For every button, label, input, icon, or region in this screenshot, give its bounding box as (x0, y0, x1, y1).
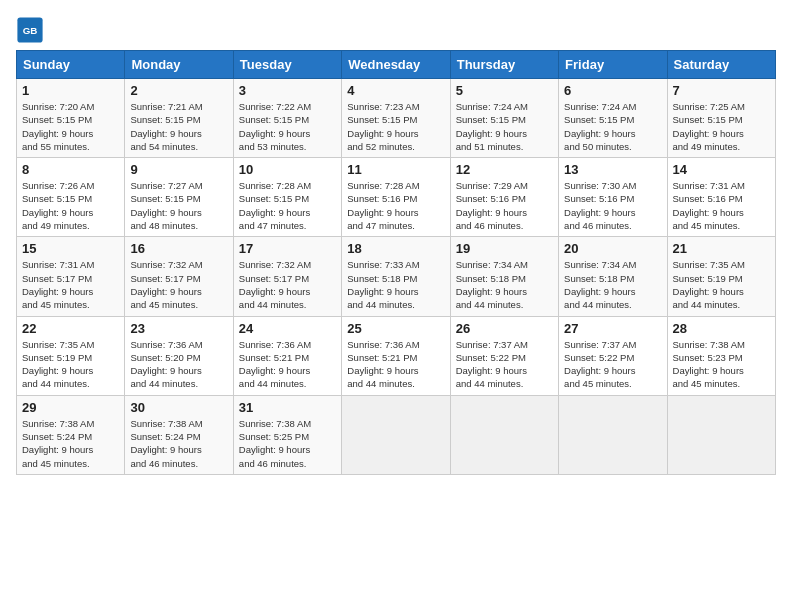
calendar-week-2: 15Sunrise: 7:31 AMSunset: 5:17 PMDayligh… (17, 237, 776, 316)
cell-info: Sunrise: 7:38 AMSunset: 5:25 PMDaylight:… (239, 418, 311, 469)
cell-info: Sunrise: 7:31 AMSunset: 5:16 PMDaylight:… (673, 180, 745, 231)
cell-info: Sunrise: 7:21 AMSunset: 5:15 PMDaylight:… (130, 101, 202, 152)
day-number: 30 (130, 400, 227, 415)
calendar-week-3: 22Sunrise: 7:35 AMSunset: 5:19 PMDayligh… (17, 316, 776, 395)
day-number: 25 (347, 321, 444, 336)
calendar-cell: 6Sunrise: 7:24 AMSunset: 5:15 PMDaylight… (559, 79, 667, 158)
calendar-cell: 19Sunrise: 7:34 AMSunset: 5:18 PMDayligh… (450, 237, 558, 316)
cell-info: Sunrise: 7:30 AMSunset: 5:16 PMDaylight:… (564, 180, 636, 231)
col-header-saturday: Saturday (667, 51, 775, 79)
cell-info: Sunrise: 7:32 AMSunset: 5:17 PMDaylight:… (239, 259, 311, 310)
logo-icon: GB (16, 16, 44, 44)
cell-info: Sunrise: 7:27 AMSunset: 5:15 PMDaylight:… (130, 180, 202, 231)
calendar-cell: 3Sunrise: 7:22 AMSunset: 5:15 PMDaylight… (233, 79, 341, 158)
cell-info: Sunrise: 7:32 AMSunset: 5:17 PMDaylight:… (130, 259, 202, 310)
cell-info: Sunrise: 7:22 AMSunset: 5:15 PMDaylight:… (239, 101, 311, 152)
day-number: 28 (673, 321, 770, 336)
cell-info: Sunrise: 7:29 AMSunset: 5:16 PMDaylight:… (456, 180, 528, 231)
cell-info: Sunrise: 7:25 AMSunset: 5:15 PMDaylight:… (673, 101, 745, 152)
day-number: 26 (456, 321, 553, 336)
calendar-cell: 30Sunrise: 7:38 AMSunset: 5:24 PMDayligh… (125, 395, 233, 474)
day-number: 2 (130, 83, 227, 98)
col-header-tuesday: Tuesday (233, 51, 341, 79)
cell-info: Sunrise: 7:31 AMSunset: 5:17 PMDaylight:… (22, 259, 94, 310)
cell-info: Sunrise: 7:34 AMSunset: 5:18 PMDaylight:… (456, 259, 528, 310)
calendar-cell: 5Sunrise: 7:24 AMSunset: 5:15 PMDaylight… (450, 79, 558, 158)
logo: GB (16, 16, 48, 44)
day-number: 4 (347, 83, 444, 98)
calendar-cell: 26Sunrise: 7:37 AMSunset: 5:22 PMDayligh… (450, 316, 558, 395)
calendar-header: SundayMondayTuesdayWednesdayThursdayFrid… (17, 51, 776, 79)
cell-info: Sunrise: 7:26 AMSunset: 5:15 PMDaylight:… (22, 180, 94, 231)
day-number: 29 (22, 400, 119, 415)
calendar-cell: 31Sunrise: 7:38 AMSunset: 5:25 PMDayligh… (233, 395, 341, 474)
calendar-cell (342, 395, 450, 474)
calendar-cell: 15Sunrise: 7:31 AMSunset: 5:17 PMDayligh… (17, 237, 125, 316)
calendar-cell: 17Sunrise: 7:32 AMSunset: 5:17 PMDayligh… (233, 237, 341, 316)
day-number: 16 (130, 241, 227, 256)
col-header-thursday: Thursday (450, 51, 558, 79)
calendar-cell: 12Sunrise: 7:29 AMSunset: 5:16 PMDayligh… (450, 158, 558, 237)
calendar-cell: 23Sunrise: 7:36 AMSunset: 5:20 PMDayligh… (125, 316, 233, 395)
calendar-cell: 2Sunrise: 7:21 AMSunset: 5:15 PMDaylight… (125, 79, 233, 158)
calendar-week-4: 29Sunrise: 7:38 AMSunset: 5:24 PMDayligh… (17, 395, 776, 474)
calendar-cell: 11Sunrise: 7:28 AMSunset: 5:16 PMDayligh… (342, 158, 450, 237)
day-number: 13 (564, 162, 661, 177)
calendar-cell: 18Sunrise: 7:33 AMSunset: 5:18 PMDayligh… (342, 237, 450, 316)
calendar-cell: 1Sunrise: 7:20 AMSunset: 5:15 PMDaylight… (17, 79, 125, 158)
day-number: 7 (673, 83, 770, 98)
day-number: 1 (22, 83, 119, 98)
day-number: 5 (456, 83, 553, 98)
cell-info: Sunrise: 7:24 AMSunset: 5:15 PMDaylight:… (456, 101, 528, 152)
col-header-sunday: Sunday (17, 51, 125, 79)
day-number: 20 (564, 241, 661, 256)
day-number: 8 (22, 162, 119, 177)
calendar-cell: 24Sunrise: 7:36 AMSunset: 5:21 PMDayligh… (233, 316, 341, 395)
cell-info: Sunrise: 7:36 AMSunset: 5:21 PMDaylight:… (347, 339, 419, 390)
cell-info: Sunrise: 7:28 AMSunset: 5:16 PMDaylight:… (347, 180, 419, 231)
calendar-cell: 20Sunrise: 7:34 AMSunset: 5:18 PMDayligh… (559, 237, 667, 316)
col-header-wednesday: Wednesday (342, 51, 450, 79)
cell-info: Sunrise: 7:37 AMSunset: 5:22 PMDaylight:… (456, 339, 528, 390)
calendar-cell: 28Sunrise: 7:38 AMSunset: 5:23 PMDayligh… (667, 316, 775, 395)
calendar-cell (559, 395, 667, 474)
calendar-cell: 7Sunrise: 7:25 AMSunset: 5:15 PMDaylight… (667, 79, 775, 158)
calendar-cell: 8Sunrise: 7:26 AMSunset: 5:15 PMDaylight… (17, 158, 125, 237)
cell-info: Sunrise: 7:35 AMSunset: 5:19 PMDaylight:… (22, 339, 94, 390)
cell-info: Sunrise: 7:38 AMSunset: 5:24 PMDaylight:… (22, 418, 94, 469)
cell-info: Sunrise: 7:37 AMSunset: 5:22 PMDaylight:… (564, 339, 636, 390)
calendar-table: SundayMondayTuesdayWednesdayThursdayFrid… (16, 50, 776, 475)
svg-text:GB: GB (23, 25, 38, 36)
day-number: 12 (456, 162, 553, 177)
cell-info: Sunrise: 7:35 AMSunset: 5:19 PMDaylight:… (673, 259, 745, 310)
col-header-monday: Monday (125, 51, 233, 79)
calendar-cell: 21Sunrise: 7:35 AMSunset: 5:19 PMDayligh… (667, 237, 775, 316)
cell-info: Sunrise: 7:23 AMSunset: 5:15 PMDaylight:… (347, 101, 419, 152)
day-number: 3 (239, 83, 336, 98)
day-number: 24 (239, 321, 336, 336)
calendar-cell: 10Sunrise: 7:28 AMSunset: 5:15 PMDayligh… (233, 158, 341, 237)
day-number: 9 (130, 162, 227, 177)
cell-info: Sunrise: 7:36 AMSunset: 5:20 PMDaylight:… (130, 339, 202, 390)
calendar-cell: 25Sunrise: 7:36 AMSunset: 5:21 PMDayligh… (342, 316, 450, 395)
cell-info: Sunrise: 7:33 AMSunset: 5:18 PMDaylight:… (347, 259, 419, 310)
cell-info: Sunrise: 7:36 AMSunset: 5:21 PMDaylight:… (239, 339, 311, 390)
calendar-cell: 22Sunrise: 7:35 AMSunset: 5:19 PMDayligh… (17, 316, 125, 395)
cell-info: Sunrise: 7:28 AMSunset: 5:15 PMDaylight:… (239, 180, 311, 231)
day-number: 18 (347, 241, 444, 256)
calendar-cell: 4Sunrise: 7:23 AMSunset: 5:15 PMDaylight… (342, 79, 450, 158)
calendar-cell (667, 395, 775, 474)
day-number: 14 (673, 162, 770, 177)
calendar-cell: 29Sunrise: 7:38 AMSunset: 5:24 PMDayligh… (17, 395, 125, 474)
day-number: 27 (564, 321, 661, 336)
cell-info: Sunrise: 7:34 AMSunset: 5:18 PMDaylight:… (564, 259, 636, 310)
day-number: 6 (564, 83, 661, 98)
calendar-cell: 14Sunrise: 7:31 AMSunset: 5:16 PMDayligh… (667, 158, 775, 237)
day-number: 15 (22, 241, 119, 256)
cell-info: Sunrise: 7:38 AMSunset: 5:23 PMDaylight:… (673, 339, 745, 390)
day-number: 31 (239, 400, 336, 415)
calendar-cell: 9Sunrise: 7:27 AMSunset: 5:15 PMDaylight… (125, 158, 233, 237)
day-number: 22 (22, 321, 119, 336)
cell-info: Sunrise: 7:38 AMSunset: 5:24 PMDaylight:… (130, 418, 202, 469)
day-number: 17 (239, 241, 336, 256)
